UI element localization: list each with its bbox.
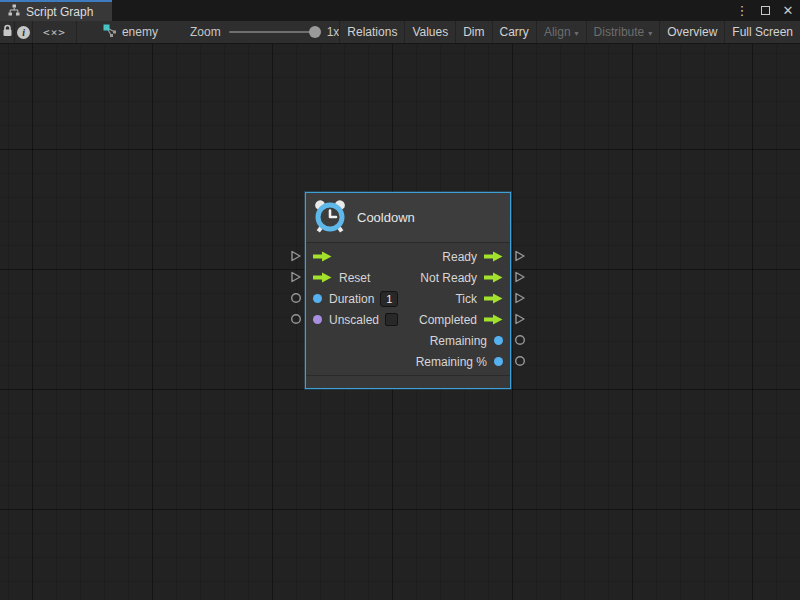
node-port-rows: Ready Reset Not Ready <box>306 243 510 375</box>
float-port-icon <box>313 294 322 303</box>
full-screen-button[interactable]: Full Screen <box>724 21 800 43</box>
zoom-slider[interactable] <box>229 31 319 33</box>
unscaled-checkbox[interactable] <box>385 313 398 326</box>
flow-output-port-tick[interactable]: Tick <box>455 292 510 306</box>
port-row: Remaining <box>306 330 510 351</box>
bool-port-icon <box>313 315 322 324</box>
duration-value-field[interactable] <box>380 291 398 307</box>
node-title: Cooldown <box>357 210 415 225</box>
external-flow-stub[interactable] <box>514 313 526 325</box>
window-controls: ⋮ ✕ <box>734 0 796 21</box>
maximize-icon[interactable] <box>757 3 773 19</box>
tab-bar: Script Graph ⋮ ✕ <box>0 0 800 21</box>
tab-script-graph[interactable]: Script Graph <box>0 0 112 21</box>
external-value-stub[interactable] <box>514 334 526 346</box>
value-output-port-remaining[interactable]: Remaining <box>430 334 510 348</box>
close-icon[interactable]: ✕ <box>780 3 796 19</box>
flow-arrow-icon <box>484 293 503 304</box>
graph-toolbar: i <×> enemy Zoom 1x Relations Valu <box>0 21 800 44</box>
cooldown-node-header[interactable]: Cooldown <box>306 193 510 243</box>
align-dropdown: Align ▾ <box>536 21 586 43</box>
flow-arrow-icon <box>313 272 332 283</box>
flow-output-port-ready[interactable]: Ready <box>442 250 510 264</box>
graph-name-label: enemy <box>122 25 158 39</box>
external-flow-stub[interactable] <box>514 250 526 262</box>
values-button[interactable]: Values <box>404 21 455 43</box>
flow-input-port-reset[interactable]: Reset <box>306 271 370 285</box>
lock-icon <box>2 24 13 40</box>
flow-arrow-icon <box>313 251 332 262</box>
external-value-stub[interactable] <box>290 313 302 325</box>
port-row: Duration Tick <box>306 288 510 309</box>
info-icon: i <box>17 26 30 39</box>
external-flow-stub[interactable] <box>290 250 302 262</box>
port-row: Ready <box>306 246 510 267</box>
external-value-stub[interactable] <box>290 292 302 304</box>
node-footer <box>306 375 510 388</box>
float-port-icon <box>494 336 503 345</box>
flow-output-port-not-ready[interactable]: Not Ready <box>420 271 510 285</box>
value-output-port-remaining-percent[interactable]: Remaining % <box>416 355 510 369</box>
external-flow-stub[interactable] <box>514 271 526 283</box>
port-row: Reset Not Ready <box>306 267 510 288</box>
carry-button[interactable]: Carry <box>492 21 536 43</box>
zoom-slider-handle[interactable] <box>309 26 321 38</box>
info-button[interactable]: i <box>15 21 33 43</box>
graph-breadcrumb[interactable]: enemy <box>103 21 158 43</box>
toolbar-right-buttons: Relations Values Dim Carry Align ▾ Distr… <box>339 21 800 43</box>
script-graph-window: Script Graph ⋮ ✕ i <×> <box>0 0 800 600</box>
chevron-down-icon: ▾ <box>648 29 652 38</box>
relations-button[interactable]: Relations <box>339 21 404 43</box>
flow-arrow-icon <box>484 251 503 262</box>
overview-button[interactable]: Overview <box>659 21 724 43</box>
distribute-dropdown: Distribute ▾ <box>586 21 660 43</box>
port-row: Unscaled Completed <box>306 309 510 330</box>
cooldown-node[interactable]: Cooldown Ready Reset <box>305 192 511 389</box>
value-input-port-unscaled[interactable]: Unscaled <box>306 313 398 327</box>
flow-arrow-icon <box>484 272 503 283</box>
external-flow-stub[interactable] <box>290 271 302 283</box>
flow-arrow-icon <box>484 314 503 325</box>
external-flow-stub[interactable] <box>514 292 526 304</box>
float-port-icon <box>494 357 503 366</box>
value-input-port-duration[interactable]: Duration <box>306 291 398 307</box>
code-view-button[interactable]: <×> <box>33 21 77 43</box>
zoom-label: Zoom <box>190 25 221 39</box>
menu-kebab-icon[interactable]: ⋮ <box>734 3 750 19</box>
port-row: Remaining % <box>306 351 510 372</box>
tab-title: Script Graph <box>26 5 93 19</box>
graph-hierarchy-icon <box>8 4 20 19</box>
flow-output-port-completed[interactable]: Completed <box>419 313 510 327</box>
zoom-control: Zoom 1x <box>190 21 339 43</box>
zoom-value: 1x <box>327 25 340 39</box>
script-graph-asset-icon <box>103 24 117 41</box>
external-value-stub[interactable] <box>514 355 526 367</box>
graph-canvas[interactable]: Cooldown Ready Reset <box>0 44 800 600</box>
dim-button[interactable]: Dim <box>455 21 491 43</box>
lock-button[interactable] <box>0 21 15 43</box>
chevron-down-icon: ▾ <box>575 29 579 38</box>
flow-input-port[interactable] <box>306 251 332 262</box>
alarm-clock-icon <box>312 198 348 237</box>
